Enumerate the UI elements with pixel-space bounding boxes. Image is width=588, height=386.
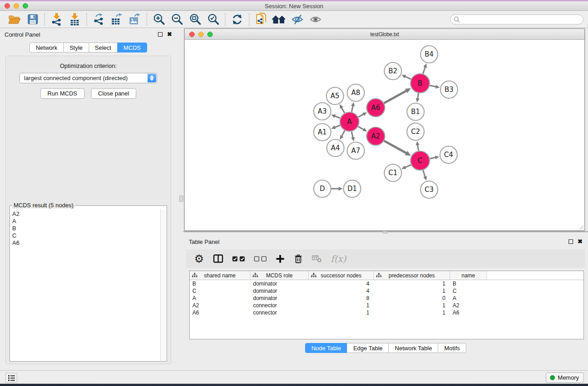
graph-node-C3[interactable]: C3 <box>421 181 438 198</box>
table-tab-node-table[interactable]: Node Table <box>305 343 348 353</box>
graph-node-A3[interactable]: A3 <box>314 103 331 120</box>
graph-edge-A-A6[interactable] <box>358 114 364 117</box>
toggle-graphics-details-icon[interactable] <box>288 12 306 27</box>
export-network-icon[interactable] <box>90 12 108 27</box>
table-row[interactable]: A2connector11A2 <box>190 302 583 309</box>
resize-grip-icon[interactable] <box>578 224 584 230</box>
graph-edge-A-A5[interactable] <box>341 107 345 113</box>
network-graph[interactable]: A5A8A3A1A4A7AA6A2B2B4BB3B1C2CC4C1C3DD1 <box>185 40 584 230</box>
table-tab-network-table[interactable]: Network Table <box>388 343 438 353</box>
graph-edge-A-A7[interactable] <box>352 131 353 138</box>
table-tab-edge-table[interactable]: Edge Table <box>347 343 389 353</box>
table-row[interactable]: Adominator80A <box>190 295 583 302</box>
open-browser-home-icon[interactable] <box>270 12 288 27</box>
table-row[interactable]: Cdominator41C <box>190 287 583 295</box>
task-history-button[interactable] <box>5 373 17 383</box>
column-header-shared-name[interactable]: shared name <box>190 271 250 280</box>
table-settings-icon[interactable]: ⚙ <box>194 252 204 266</box>
export-image-icon[interactable] <box>126 12 144 27</box>
column-header-name[interactable]: name <box>450 271 487 280</box>
tab-style[interactable]: Style <box>63 43 89 52</box>
column-header-successor-nodes[interactable]: successor nodes <box>309 271 374 280</box>
table-close-panel-icon[interactable]: ✖ <box>578 239 583 244</box>
add-column-icon[interactable] <box>276 252 285 266</box>
graph-node-B3[interactable]: B3 <box>440 81 458 98</box>
result-item[interactable]: A6 <box>12 239 160 247</box>
graph-node-A4[interactable]: A4 <box>327 139 344 157</box>
zoom-fit-icon[interactable] <box>186 12 204 27</box>
import-table-icon[interactable] <box>66 12 84 27</box>
graph-node-D[interactable]: D <box>314 180 331 197</box>
table-float-panel-icon[interactable] <box>569 239 573 244</box>
delete-column-trash-icon[interactable] <box>294 252 303 266</box>
open-file-icon[interactable] <box>5 12 24 27</box>
zoom-in-icon[interactable] <box>150 12 168 27</box>
memory-button[interactable]: Memory <box>546 372 584 383</box>
zoom-out-icon[interactable] <box>168 12 186 27</box>
graph-node-A2[interactable]: A2 <box>367 127 385 145</box>
close-panel-icon[interactable]: ✖ <box>167 32 172 37</box>
graph-edge-B-B1[interactable] <box>417 93 418 100</box>
import-network-icon[interactable] <box>48 12 66 27</box>
graph-edge-B-B3[interactable] <box>430 86 436 87</box>
node-table[interactable]: shared nameMCDS rolesuccessor nodesprede… <box>189 271 584 339</box>
network-canvas[interactable]: A5A8A3A1A4A7AA6A2B2B4BB3B1C2CC4C1C3DD1 <box>185 40 584 230</box>
mcds-result-list[interactable]: A2ABCA6 <box>10 210 160 361</box>
clone-network-icon[interactable] <box>252 12 270 27</box>
result-item[interactable]: A <box>12 218 160 225</box>
graph-node-C2[interactable]: C2 <box>407 123 424 140</box>
graph-edge-C-C2[interactable] <box>417 144 418 151</box>
graph-node-D1[interactable]: D1 <box>344 180 361 197</box>
graph-node-A1[interactable]: A1 <box>314 124 331 141</box>
delete-table-icon[interactable] <box>312 252 322 266</box>
float-panel-icon[interactable] <box>158 32 163 37</box>
graph-node-A6[interactable]: A6 <box>367 99 385 117</box>
tab-network[interactable]: Network <box>29 43 64 52</box>
split-view-icon[interactable] <box>213 252 223 266</box>
graph-edge-A-A1[interactable] <box>334 125 340 128</box>
result-item[interactable]: B <box>12 225 160 232</box>
graph-edge-C-C4[interactable] <box>430 157 436 159</box>
graph-node-A7[interactable]: A7 <box>347 142 364 159</box>
graph-edge-B-B4[interactable] <box>423 67 425 74</box>
tab-select[interactable]: Select <box>89 43 118 52</box>
graph-edge-C-C3[interactable] <box>423 170 425 177</box>
result-item[interactable]: C <box>12 232 160 239</box>
graph-edge-A6-B[interactable] <box>384 91 407 103</box>
deselect-all-icon[interactable] <box>254 252 267 266</box>
graph-edge-C-C1[interactable] <box>405 165 411 167</box>
graph-edge-A-A8[interactable] <box>352 105 353 112</box>
search-input[interactable] <box>450 14 583 24</box>
zoom-selected-icon[interactable] <box>204 12 222 27</box>
graph-node-B2[interactable]: B2 <box>384 62 402 80</box>
table-tab-motifs[interactable]: Motifs <box>438 343 466 353</box>
run-mcds-button[interactable]: Run MCDS <box>40 88 85 99</box>
graph-edge-A-A4[interactable] <box>341 130 344 137</box>
function-builder-icon[interactable]: f(x) <box>331 252 346 266</box>
refresh-view-icon[interactable] <box>228 12 246 27</box>
table-row[interactable]: A6connector11A6 <box>190 309 583 316</box>
graph-node-C1[interactable]: C1 <box>384 164 402 181</box>
graph-node-C4[interactable]: C4 <box>440 146 457 163</box>
network-window-titlebar[interactable]: testGlobe.txt <box>185 29 584 40</box>
graph-node-B1[interactable]: B1 <box>407 103 424 120</box>
show-hide-panel-eye-icon[interactable] <box>306 12 325 27</box>
vertical-splitter-handle[interactable] <box>179 195 183 202</box>
tab-mcds[interactable]: MCDS <box>117 43 147 52</box>
close-panel-button[interactable]: Close panel <box>91 88 137 99</box>
graph-node-B[interactable]: B <box>411 74 430 93</box>
criterion-dropdown[interactable]: largest connected component (directed) <box>19 73 157 83</box>
graph-edge-A-A3[interactable] <box>334 116 340 118</box>
graph-edge-B-B2[interactable] <box>405 76 411 79</box>
graph-node-A[interactable]: A <box>340 112 359 131</box>
graph-node-A8[interactable]: A8 <box>347 84 364 101</box>
graph-edge-A2-C[interactable] <box>384 141 407 153</box>
save-session-icon[interactable] <box>24 12 42 27</box>
result-scrollbar[interactable] <box>160 210 166 361</box>
graph-node-B4[interactable]: B4 <box>421 46 438 63</box>
graph-node-A5[interactable]: A5 <box>326 87 344 105</box>
table-row[interactable]: Bdominator41B <box>190 280 583 287</box>
graph-edge-A-A2[interactable] <box>358 127 364 130</box>
graph-node-C[interactable]: C <box>411 151 430 170</box>
column-header-predecessor-nodes[interactable]: predecessor nodes <box>374 271 450 280</box>
